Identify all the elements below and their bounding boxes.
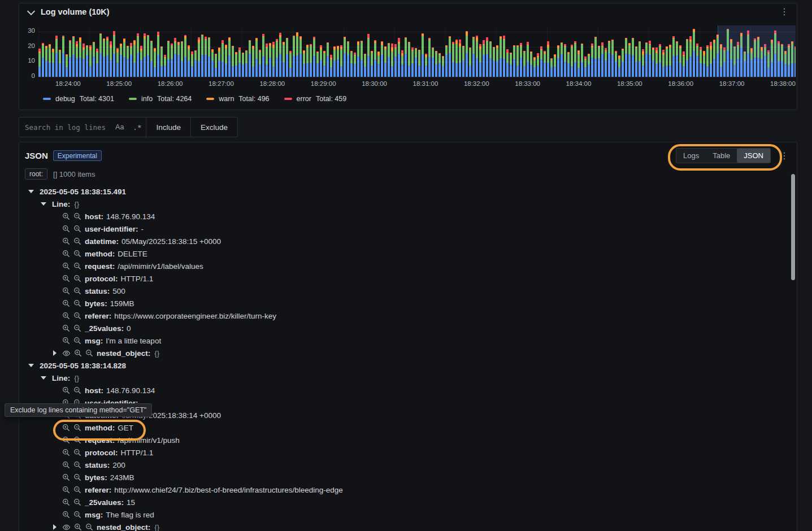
bar-segment: [110, 60, 112, 77]
filter-for-value-icon[interactable]: [62, 275, 70, 282]
filter-out-value-icon[interactable]: [85, 349, 93, 357]
filter-out-value-icon[interactable]: [73, 461, 81, 469]
bar-segment: [191, 66, 193, 77]
view-toggle-table[interactable]: Table: [706, 149, 737, 163]
visibility-icon[interactable]: [62, 349, 71, 358]
legend-item-info[interactable]: infoTotal: 4264: [129, 95, 192, 103]
filter-for-value-icon[interactable]: [62, 324, 70, 332]
filter-for-value-icon[interactable]: [62, 461, 70, 469]
panel-menu-icon[interactable]: ⋮: [778, 6, 791, 18]
filter-for-value-icon[interactable]: [62, 449, 70, 456]
bar-segment: [133, 63, 136, 77]
chart-bar: [391, 43, 393, 77]
filter-out-value-icon[interactable]: [73, 324, 81, 332]
collapse-panel-icon[interactable]: [27, 7, 35, 15]
legend-item-debug[interactable]: debugTotal: 4301: [43, 95, 114, 103]
bar-segment: [669, 47, 671, 66]
filter-out-value-icon[interactable]: [73, 312, 81, 320]
filter-for-value-icon[interactable]: [62, 498, 70, 506]
bar-segment: [394, 56, 397, 77]
filter-for-value-icon[interactable]: [62, 436, 70, 444]
filter-out-value-icon[interactable]: [73, 299, 81, 307]
bar-segment: [86, 46, 88, 55]
filter-for-value-icon[interactable]: [62, 511, 70, 519]
filter-out-value-icon[interactable]: [73, 486, 81, 494]
bar-segment: [493, 60, 495, 77]
filter-for-value-icon[interactable]: [62, 299, 70, 307]
bar-segment: [96, 63, 98, 77]
filter-out-value-icon[interactable]: [73, 250, 81, 258]
filter-for-value-icon[interactable]: [62, 250, 70, 258]
bar-segment: [577, 54, 580, 68]
filter-for-value-icon[interactable]: [62, 312, 70, 320]
filter-for-value-icon[interactable]: [62, 287, 70, 295]
filter-for-value-icon[interactable]: [74, 349, 82, 357]
filter-out-value-icon[interactable]: [73, 287, 81, 295]
filter-out-value-icon[interactable]: [73, 473, 81, 481]
legend-total: Total: 496: [238, 95, 269, 103]
filter-for-value-icon[interactable]: [62, 212, 70, 220]
exclude-filter-button[interactable]: Exclude: [190, 117, 237, 137]
chart-bar: [79, 37, 81, 77]
filter-for-value-icon[interactable]: [62, 237, 70, 245]
filter-for-value-icon[interactable]: [62, 337, 70, 345]
expand-toggle-icon[interactable]: [53, 350, 57, 356]
view-toggle: LogsTableJSON: [676, 148, 771, 163]
view-toggle-json[interactable]: JSON: [737, 149, 770, 163]
filter-out-value-icon[interactable]: [73, 275, 81, 282]
chart-bar: [184, 35, 186, 77]
bar-segment: [391, 51, 393, 66]
bar-segment: [89, 50, 92, 66]
filter-out-value-icon[interactable]: [73, 386, 81, 394]
filter-for-value-icon[interactable]: [62, 225, 70, 233]
bar-segment: [666, 66, 668, 77]
legend-item-warn[interactable]: warnTotal: 496: [206, 95, 269, 103]
chart-bar: [164, 55, 166, 77]
filter-for-value-icon[interactable]: [62, 386, 70, 394]
chart-selected-region[interactable]: [718, 25, 796, 77]
collapse-toggle-icon[interactable]: [41, 202, 46, 206]
filter-out-value-icon[interactable]: [73, 498, 81, 506]
filter-out-value-icon[interactable]: [73, 225, 81, 233]
filter-out-value-icon[interactable]: [73, 436, 81, 444]
filter-for-value-icon[interactable]: [74, 523, 82, 531]
filter-out-value-icon[interactable]: [73, 212, 81, 220]
chart-bar: [66, 54, 68, 77]
scrollbar-thumb[interactable]: [791, 174, 795, 280]
expand-toggle-icon[interactable]: [53, 524, 57, 530]
bar-segment: [445, 55, 448, 77]
line-key: Line:: [52, 374, 70, 382]
bar-segment: [611, 41, 614, 55]
json-panel-menu-icon[interactable]: ⋮: [778, 150, 791, 162]
filter-for-value-icon[interactable]: [62, 486, 70, 494]
visibility-icon[interactable]: [62, 523, 71, 531]
collapse-toggle-icon[interactable]: [41, 376, 46, 380]
filter-for-value-icon[interactable]: [62, 262, 70, 270]
root-breadcrumb[interactable]: root:: [25, 168, 47, 180]
chart-bar: [201, 34, 203, 77]
x-tick-label: 18:25:00: [106, 80, 132, 89]
legend-item-error[interactable]: errorTotal: 459: [284, 95, 347, 103]
view-toggle-logs[interactable]: Logs: [676, 149, 706, 163]
collapse-toggle-icon[interactable]: [28, 364, 34, 367]
chart-bar: [289, 51, 292, 77]
field-value: 15: [127, 498, 135, 507]
filter-out-value-icon[interactable]: [73, 237, 81, 245]
filter-for-value-icon[interactable]: [62, 424, 70, 432]
filter-out-value-icon[interactable]: [73, 511, 81, 519]
bar-segment: [384, 49, 387, 63]
collapse-toggle-icon[interactable]: [28, 190, 34, 193]
match-case-button[interactable]: Aa: [111, 117, 128, 137]
filter-out-value-icon[interactable]: [73, 449, 81, 456]
bar-segment: [432, 58, 434, 77]
chart-bar: [55, 36, 58, 77]
regex-button[interactable]: .*: [128, 117, 146, 137]
search-input[interactable]: [19, 117, 111, 137]
filter-out-value-icon[interactable]: [73, 262, 81, 270]
filter-out-value-icon[interactable]: [73, 337, 81, 345]
include-filter-button[interactable]: Include: [146, 117, 190, 137]
filter-out-value-icon[interactable]: [85, 523, 93, 531]
filter-out-value-icon[interactable]: [73, 424, 81, 432]
bar-segment: [696, 56, 698, 77]
filter-for-value-icon[interactable]: [62, 473, 70, 481]
